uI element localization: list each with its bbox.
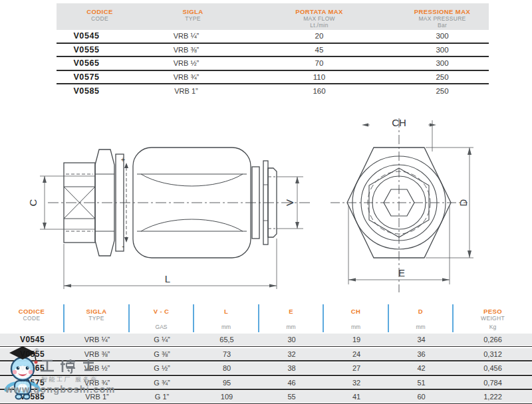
- watermark-tagline: 智能工厂 服务商: [41, 375, 98, 384]
- table-row: V0585 VRB 1” 160 250: [57, 84, 489, 98]
- column-header-codice: CODICE CODE: [0, 304, 65, 332]
- column-header-l: L mm: [194, 304, 259, 332]
- dim-label-ch: CH: [392, 117, 406, 128]
- table-row: V0545 VRB ¼” 20 300: [57, 30, 489, 44]
- watermark: ® 智能工厂 服务商 www.gongboshi.com: [0, 342, 279, 404]
- dimensions-table-header: CODICE CODE SIGLA TYPE V - C GAS L mm E …: [0, 304, 532, 332]
- dim-label-e: E: [398, 267, 405, 278]
- table-row: V0555 VRB ⅜” 45 300: [57, 44, 489, 58]
- flow-pressure-table: CODICE CODE SIGLA TYPE PORTATA MAX MAX F…: [57, 3, 489, 98]
- column-header-vc: V - C GAS: [130, 304, 194, 332]
- column-header-sigla: SIGLA TYPE: [65, 304, 130, 332]
- watermark-url: www.gongboshi.com: [5, 384, 116, 395]
- technical-drawing: C V L + -: [0, 98, 532, 304]
- registered-mark: ®: [35, 348, 39, 354]
- dim-minus: -: [122, 242, 124, 250]
- column-header-sigla: SIGLA TYPE: [143, 8, 243, 30]
- column-header-e: E mm: [259, 304, 324, 332]
- table-row: V0575 VRB ¾” 110 250: [57, 71, 489, 85]
- dim-plus: +: [121, 155, 125, 163]
- dim-label-d: D: [458, 199, 469, 206]
- dim-label-l: L: [165, 273, 170, 284]
- column-header-codice: CODICE CODE: [57, 8, 143, 30]
- flow-pressure-table-header: CODICE CODE SIGLA TYPE PORTATA MAX MAX F…: [57, 3, 489, 30]
- dim-label-c: C: [27, 199, 39, 206]
- column-header-ch: CH mm: [324, 304, 389, 332]
- column-header-pressione: PRESSIONE MAX MAX PRESSURE Bar: [396, 8, 489, 30]
- column-header-peso: PESO WEIGHT Kg: [454, 304, 532, 332]
- brand-characters: [39, 357, 105, 375]
- datasheet-page: CODICE CODE SIGLA TYPE PORTATA MAX MAX F…: [0, 0, 532, 404]
- column-header-portata: PORTATA MAX MAX FLOW Lt./min: [243, 8, 396, 30]
- column-header-d: D mm: [389, 304, 454, 332]
- table-row: V0565 VRB ½” 70 300: [57, 57, 489, 71]
- dim-label-v: V: [284, 199, 295, 206]
